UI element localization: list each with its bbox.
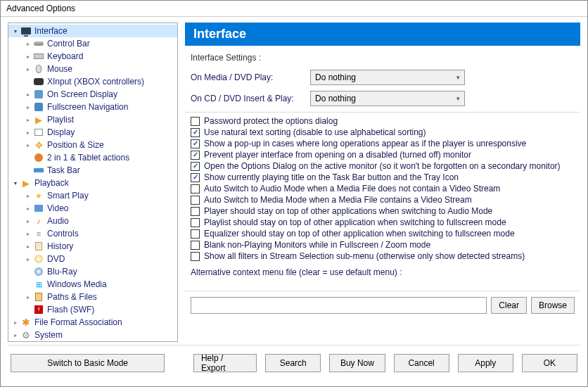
tree-item-control-bar[interactable]: Control Bar [8, 37, 177, 50]
checkbox[interactable] [191, 229, 200, 239]
expander-icon[interactable] [24, 243, 32, 250]
expander-icon[interactable] [24, 91, 32, 99]
dropdown-value: Do nothing [315, 94, 356, 103]
page-title: Interface [185, 23, 580, 46]
expander-icon[interactable] [24, 217, 32, 225]
checkbox[interactable] [191, 252, 200, 261]
alt-menu-input[interactable] [191, 297, 487, 314]
checkbox[interactable] [191, 151, 200, 160]
tree-item-system[interactable]: ⚙System [8, 329, 177, 341]
tree-item-interface[interactable]: Interface [8, 25, 177, 37]
checkbox-row[interactable]: Prevent player interface from opening on… [185, 149, 580, 160]
dropdown-0[interactable]: Do nothing▾ [310, 70, 465, 85]
checkbox[interactable] [191, 139, 200, 148]
tree-item-keyboard[interactable]: Keyboard [8, 50, 177, 63]
checkbox[interactable] [191, 196, 200, 205]
checkbox-label: Show currently playing title on the Task… [204, 172, 459, 182]
checkbox[interactable] [191, 173, 200, 182]
tree-label: Controls [47, 229, 79, 239]
alt-menu-label: Alternative context menu file (clear = u… [191, 267, 402, 277]
expander-icon[interactable] [11, 27, 19, 35]
expander-icon[interactable] [24, 230, 32, 238]
tree-item-fullscreen-navigation[interactable]: Fullscreen Navigation [8, 101, 177, 113]
checkbox-row[interactable]: Show currently playing title on the Task… [185, 172, 580, 183]
tree-item-paths-files[interactable]: Paths & Files [8, 291, 177, 303]
tree-item-controls[interactable]: ≡Controls [8, 227, 177, 240]
dropdown-1[interactable]: Do nothing▾ [310, 91, 465, 106]
expander-icon[interactable] [11, 331, 19, 339]
tree-item-playlist[interactable]: ▶Playlist [8, 113, 177, 126]
setting-label: On CD / DVD Insert & Play: [191, 94, 303, 103]
browse-button[interactable]: Browse [531, 297, 575, 314]
tree-item-file-format-association[interactable]: ✱File Format Association [8, 316, 177, 329]
checkbox-row[interactable]: Equalizer should stay on top of other ap… [185, 228, 580, 239]
tree-item-mouse[interactable]: Mouse [8, 63, 177, 75]
checkbox[interactable] [191, 207, 200, 216]
tree-item-smart-play[interactable]: ★Smart Play [8, 189, 177, 202]
expander-icon[interactable] [24, 255, 32, 263]
checkbox-row[interactable]: Password protect the options dialog [185, 115, 580, 127]
expander-icon[interactable] [24, 116, 32, 124]
tree-item-xinput-xbox-controllers-[interactable]: XInput (XBOX controllers) [8, 75, 177, 88]
footer: Switch to Basic Mode Help / Export Searc… [1, 345, 587, 381]
checkbox-list[interactable]: Password protect the options dialogUse n… [185, 112, 580, 291]
expander-icon[interactable] [11, 179, 19, 187]
chevron-down-icon: ▾ [456, 95, 460, 102]
checkbox-row[interactable]: Player should stay on top of other appli… [185, 205, 580, 217]
kb-icon [33, 51, 44, 62]
ok-button[interactable]: OK [522, 354, 577, 372]
checkbox[interactable] [191, 218, 200, 227]
tree-item-dvd[interactable]: DVD [8, 253, 177, 265]
tree-label: Windows Media [47, 279, 107, 289]
vid-icon [33, 203, 44, 214]
expander-icon[interactable] [24, 103, 32, 111]
apply-button[interactable]: Apply [458, 354, 513, 372]
tree-item-windows-media[interactable]: ⊞Windows Media [8, 278, 177, 291]
expander-icon[interactable] [11, 319, 19, 326]
checkbox-row[interactable]: Auto Switch to Media Mode when a Media F… [185, 194, 580, 205]
tree-label: Keyboard [47, 51, 83, 61]
expander-icon[interactable] [24, 53, 32, 61]
tree-item-display[interactable]: Display [8, 126, 177, 139]
help-export-button[interactable]: Help / Export [193, 354, 257, 372]
checkbox[interactable] [191, 117, 200, 126]
checkbox-row[interactable]: Show a pop-up in cases where long operat… [185, 138, 580, 149]
tree-label: Blu-Ray [47, 267, 77, 277]
nav-tree[interactable]: InterfaceControl BarKeyboardMouseXInput … [8, 23, 178, 342]
switch-basic-button[interactable]: Switch to Basic Mode [11, 354, 165, 372]
tree-item-position-size[interactable]: ✥Position & Size [8, 139, 177, 151]
tree-item-task-bar[interactable]: Task Bar [8, 164, 177, 177]
clear-button[interactable]: Clear [491, 297, 527, 314]
search-button[interactable]: Search [265, 354, 321, 372]
expander-icon[interactable] [24, 205, 32, 212]
disp-icon [33, 127, 44, 138]
expander-icon[interactable] [24, 141, 32, 149]
expander-icon[interactable] [24, 40, 32, 48]
checkbox[interactable] [191, 184, 200, 194]
checkbox-row[interactable]: Playlist should stay on top of other app… [185, 217, 580, 228]
tree-item-history[interactable]: History [8, 240, 177, 253]
checkbox-row[interactable]: Show all filters in Stream Selection sub… [185, 250, 580, 262]
expander-icon[interactable] [24, 293, 32, 301]
checkbox-row[interactable]: Auto Switch to Audio Mode when a Media F… [185, 183, 580, 194]
expander-icon[interactable] [24, 129, 32, 137]
tree-item-flash-swf-[interactable]: fFlash (SWF) [8, 303, 177, 316]
tree-item-video[interactable]: Video [8, 202, 177, 215]
tree-item-blu-ray[interactable]: Blu-Ray [8, 265, 177, 278]
checkbox[interactable] [191, 162, 200, 171]
buy-now-button[interactable]: Buy Now [329, 354, 385, 372]
tree-item-2-in-1-tablet-actions[interactable]: 2 in 1 & Tablet actions [8, 151, 177, 164]
checkbox-label: Player should stay on top of other appli… [204, 206, 492, 216]
tree-item-audio[interactable]: ♪Audio [8, 215, 177, 227]
checkbox[interactable] [191, 128, 200, 137]
checkbox[interactable] [191, 241, 200, 250]
cancel-button[interactable]: Cancel [394, 354, 449, 372]
checkbox-label: Playlist should stay on top of other app… [204, 217, 506, 227]
expander-icon[interactable] [24, 65, 32, 73]
checkbox-row[interactable]: Open the Options Dialog on the active mo… [185, 160, 580, 172]
tree-item-on-screen-display[interactable]: On Screen Display [8, 88, 177, 101]
tree-item-playback[interactable]: ▶Playback [8, 177, 177, 189]
checkbox-row[interactable]: Blank non-Playing Monitors while in Full… [185, 239, 580, 250]
expander-icon[interactable] [24, 192, 32, 200]
checkbox-row[interactable]: Use natural text sorting (disable to use… [185, 127, 580, 138]
